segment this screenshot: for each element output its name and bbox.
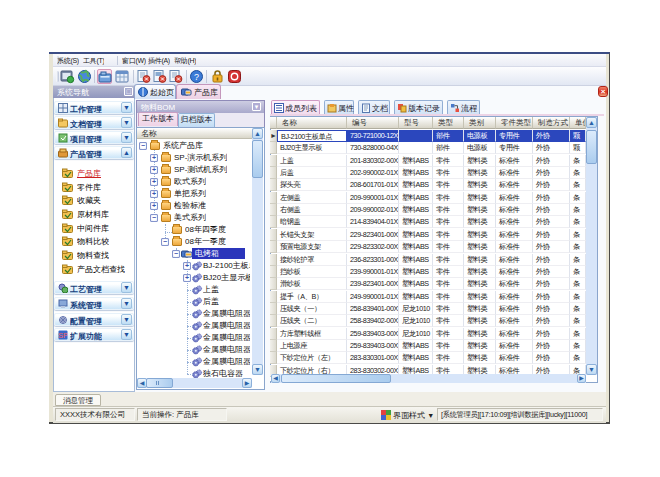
svg-text:SP: SP bbox=[58, 332, 68, 339]
svg-text:?: ? bbox=[194, 72, 199, 82]
